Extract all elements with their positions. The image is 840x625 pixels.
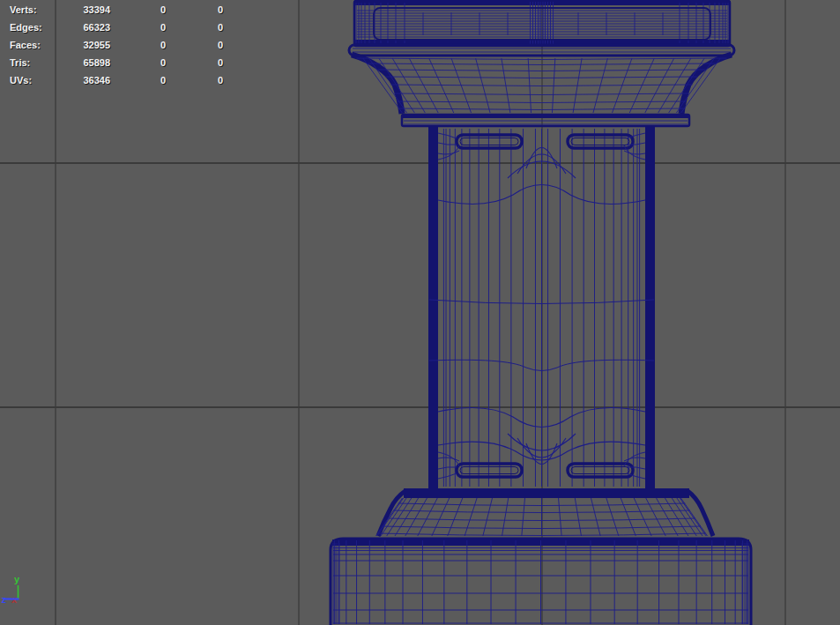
stats-row: Verts: 33394 0 0 [10, 1, 223, 19]
stat-value: 36346 [56, 71, 110, 89]
stat-value: 0 [110, 19, 166, 36]
stat-value: 33394 [56, 1, 110, 19]
statistics-overlay: Verts: 33394 0 0 Edges: 66323 0 0 Faces:… [10, 1, 223, 89]
stat-value: 0 [110, 1, 166, 19]
stat-label: Verts: [10, 1, 56, 19]
stat-value: 65898 [56, 54, 110, 71]
stat-value: 0 [110, 54, 166, 71]
axis-gizmo: x y z [0, 573, 41, 610]
stat-label: UVs: [10, 71, 56, 89]
3d-viewport[interactable]: Verts: 33394 0 0 Edges: 66323 0 0 Faces:… [0, 0, 840, 625]
stats-row: Faces: 32955 0 0 [10, 36, 223, 54]
stat-value: 0 [166, 1, 223, 19]
stats-row: Edges: 66323 0 0 [10, 19, 223, 36]
stat-value: 0 [166, 19, 223, 36]
stat-label: Faces: [10, 36, 56, 54]
column-wireframe-model[interactable] [0, 0, 840, 625]
stats-row: Tris: 65898 0 0 [10, 54, 223, 71]
axis-y-label: y [14, 574, 20, 584]
stat-value: 32955 [56, 36, 110, 54]
stat-value: 0 [110, 36, 166, 54]
stats-row: UVs: 36346 0 0 [10, 71, 223, 89]
stat-label: Tris: [10, 54, 56, 71]
stat-value: 0 [166, 36, 223, 54]
stat-value: 0 [166, 71, 223, 89]
stat-label: Edges: [10, 19, 56, 36]
stat-value: 0 [166, 54, 223, 71]
stat-value: 66323 [56, 19, 110, 36]
axis-z-label: z [2, 594, 7, 605]
stat-value: 0 [110, 71, 166, 89]
